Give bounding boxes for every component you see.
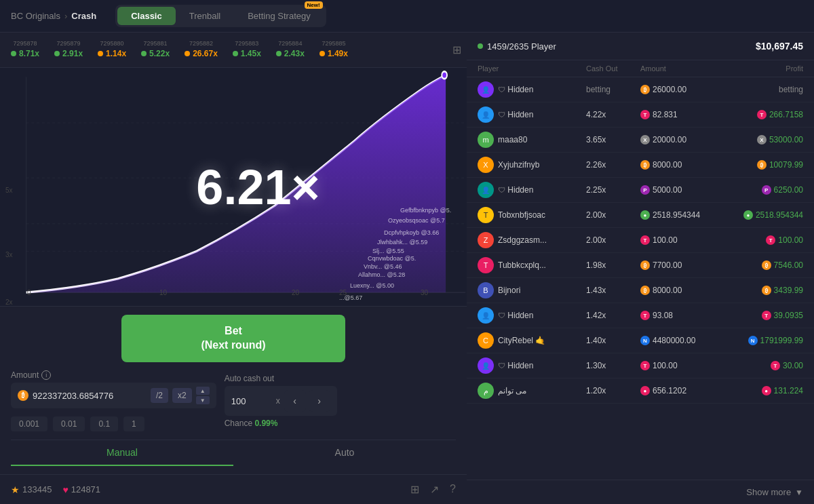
coin-icon: T: [762, 311, 771, 320]
auto-cashout-input[interactable]: [231, 396, 272, 406]
stats-icon[interactable]: ↗: [430, 483, 439, 496]
profit-cell: T 100.00: [722, 235, 803, 245]
amount-cell: N 4480000.00: [640, 336, 722, 345]
profit-value: 39.0935: [774, 311, 803, 320]
player-name: Tubbkcxplq...: [498, 260, 546, 270]
quick-amount-0001[interactable]: 0.001: [11, 416, 47, 431]
chat-bubble: Slj... @5.55: [372, 248, 404, 254]
avatar: T: [478, 207, 494, 223]
heart-value: 124871: [71, 484, 100, 495]
history-item[interactable]: 7295884 2.43x: [271, 40, 310, 60]
left-panel: 7295878 8.71x 7295879 2.91x 7295880 1.14…: [0, 33, 467, 504]
profit-value: 1791999.99: [760, 336, 803, 345]
history-bar: 7295878 8.71x 7295879 2.91x 7295880 1.14…: [0, 33, 467, 68]
profit-value: 7546.00: [774, 260, 803, 270]
next-button[interactable]: ›: [309, 390, 330, 412]
history-item[interactable]: 7295881 5.22x: [136, 40, 175, 60]
player-name: maaa80: [498, 135, 527, 144]
mode-tabs: Manual Auto: [11, 440, 456, 466]
x-multiplier-label: x: [276, 396, 280, 406]
profit-cell: P 6250.00: [722, 185, 803, 195]
table-row: B Bijnori 1.43x ₿ 8000.00 ₿ 3439.99: [467, 278, 814, 303]
cashout-value: 4.22x: [586, 110, 640, 119]
new-badge: New!: [305, 1, 323, 9]
coin-icon: ●: [640, 386, 650, 395]
quick-amount-001[interactable]: 0.01: [53, 416, 85, 431]
history-item[interactable]: 7295879 2.91x: [49, 40, 88, 60]
tab-betting-strategy[interactable]: Betting Strategy New!: [234, 7, 324, 25]
table-row: 👤 🛡 Hidden 4.22x T 82.831 T 266.7158: [467, 102, 814, 128]
coin-icon: T: [771, 361, 780, 370]
amount-value: 93.08: [653, 311, 673, 320]
show-more-row[interactable]: Show more ▼: [467, 480, 814, 504]
table-header: Player Cash Out Amount Profit: [467, 60, 814, 77]
history-item[interactable]: 7295880 1.14x: [92, 40, 132, 60]
amount-input[interactable]: [33, 391, 147, 401]
show-more-text: Show more: [746, 487, 791, 497]
amount-value: 4480000.00: [653, 336, 695, 345]
amount-value: 82.831: [653, 110, 678, 119]
table-icon[interactable]: ⊞: [410, 483, 419, 496]
quick-amounts: 0.001 0.01 0.1 1: [11, 416, 216, 431]
player-cell: X Xyjuhzifnyb: [478, 157, 586, 173]
player-name: Xyjuhzifnyb: [498, 160, 539, 170]
amount-value: 5000.00: [653, 185, 682, 195]
grid-label-20: 20: [292, 289, 299, 296]
prev-button[interactable]: ‹: [284, 390, 306, 412]
history-grid-button[interactable]: ⊞: [452, 43, 461, 56]
coin-icon: P: [640, 185, 650, 195]
coin-icon: T: [640, 361, 650, 370]
right-header: 1459/2635 Player $10,697.45: [467, 33, 814, 60]
avatar: Z: [478, 232, 494, 248]
increment-button[interactable]: ▲: [196, 387, 210, 395]
coin-icon: X: [757, 135, 767, 144]
info-icon[interactable]: i: [41, 370, 51, 380]
cashout-value: 1.42x: [586, 311, 640, 320]
chat-bubble: Vnbv... @5.46: [364, 263, 402, 270]
history-item[interactable]: 7295878 8.71x: [5, 40, 45, 60]
amount-input-wrap: ₿ /2 x2 ▲ ▼: [11, 383, 216, 408]
coin-icon: ₿: [757, 160, 767, 170]
tab-manual[interactable]: Manual: [11, 440, 233, 466]
profit-cell: ₿ 7546.00: [722, 260, 803, 270]
player-cell: T Tubbkcxplq...: [478, 257, 586, 273]
cashout-value: 1.20x: [586, 386, 640, 395]
history-item[interactable]: 7295885 1.49x: [314, 40, 353, 60]
coin-icon: ₿: [762, 286, 771, 295]
current-page: Crash: [71, 11, 96, 21]
bc-originals-link[interactable]: BC Originals: [11, 11, 60, 21]
chart-multiplier: 6.21×: [196, 159, 319, 215]
amount-value: 100.00: [653, 361, 678, 370]
amount-cell: ● 656.1202: [640, 386, 722, 395]
help-icon[interactable]: ?: [450, 483, 456, 496]
multiply-button[interactable]: x2: [172, 388, 192, 403]
coin-icon: T: [640, 235, 650, 245]
table-body: 👤 🛡 Hidden betting ₿ 26000.00 betting 👤 …: [467, 77, 814, 480]
amount-value: 100.00: [653, 235, 678, 245]
chance-value: 0.99%: [254, 419, 277, 428]
player-name: 🛡 Hidden: [498, 311, 533, 320]
profit-value: 100.00: [778, 235, 803, 245]
chart-area: 5x 3x 2x 0 10 20 25 30: [0, 68, 467, 306]
divide-button[interactable]: /2: [151, 388, 168, 403]
quick-amount-01[interactable]: 0.1: [90, 416, 118, 431]
bet-button[interactable]: Bet (Next round): [121, 315, 345, 362]
bet-area: Bet (Next round) Amount i ₿ /2 x2: [0, 306, 467, 474]
profit-cell: ● 131.224: [722, 386, 803, 395]
coin-icon: ●: [762, 386, 771, 395]
tab-trenball[interactable]: Trenball: [176, 7, 234, 25]
decrement-button[interactable]: ▼: [196, 396, 210, 404]
amount-value: 7700.00: [653, 260, 682, 270]
tab-classic[interactable]: Classic: [117, 7, 176, 25]
avatar: C: [478, 332, 494, 349]
table-row: T Tobxnbfjsoac 2.00x ● 2518.954344 ● 251…: [467, 203, 814, 228]
player-name: 🛡 Hidden: [498, 110, 533, 119]
player-name: Tobxnbfjsoac: [498, 210, 545, 220]
total-amount: $10,697.45: [756, 41, 803, 52]
quick-amount-1[interactable]: 1: [123, 416, 144, 431]
history-item[interactable]: 7295883 1.45x: [227, 40, 267, 60]
tab-auto[interactable]: Auto: [233, 440, 456, 466]
amount-cell: X 20000.00: [640, 135, 722, 144]
profit-cell: X 53000.00: [722, 135, 803, 144]
history-item[interactable]: 7295882 26.67x: [179, 40, 223, 60]
